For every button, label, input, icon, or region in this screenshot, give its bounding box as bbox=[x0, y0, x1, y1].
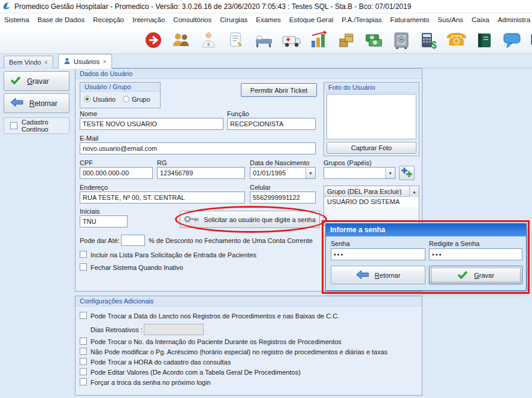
bed-icon[interactable] bbox=[253, 29, 274, 51]
config-chk3-checkbox[interactable] bbox=[80, 348, 87, 355]
back-arrow-icon bbox=[356, 270, 369, 281]
grupo-grid-row[interactable]: USUÁRIO DO SISTEMA bbox=[324, 197, 419, 207]
phone-icon[interactable]: ☎ bbox=[446, 29, 467, 51]
senha-input[interactable] bbox=[331, 248, 425, 260]
nascimento-value: 01/01/1995 bbox=[250, 169, 306, 177]
grid-up-icon[interactable]: ▲ bbox=[409, 186, 419, 197]
config-chk5-label: Pode Editar Valores (De Acordo com a Tab… bbox=[90, 369, 301, 376]
celular-label: Celular bbox=[250, 184, 271, 192]
endereco-input[interactable] bbox=[80, 192, 245, 203]
config-chk4-label: Pode Trocar a HORA do cadastro das consu… bbox=[90, 358, 231, 366]
config-chk4-checkbox[interactable] bbox=[80, 358, 87, 365]
nome-input[interactable] bbox=[80, 118, 223, 130]
config-adicionais-header: Configurações Adicionais bbox=[75, 296, 422, 306]
check-icon bbox=[10, 76, 21, 86]
safe-icon[interactable] bbox=[391, 29, 412, 51]
chat-icon[interactable] bbox=[501, 29, 522, 51]
billing-icon[interactable] bbox=[363, 29, 385, 51]
menu-estoque-geral[interactable]: Estoque Geral bbox=[285, 13, 338, 26]
menu-base-de-dados[interactable]: Base de Dados bbox=[34, 13, 89, 26]
celular-input[interactable] bbox=[250, 192, 316, 203]
radio-grupo-label: Grupo bbox=[132, 96, 150, 104]
desconto-suffix-label: % de Desconto no Fechamento de Uma Conta… bbox=[149, 237, 313, 245]
stock-icon[interactable] bbox=[335, 29, 357, 51]
redigite-senha-input[interactable] bbox=[429, 248, 522, 260]
monitor-icon[interactable] bbox=[528, 29, 532, 51]
dialog-retornar-button[interactable]: Retornar bbox=[331, 266, 425, 284]
capturar-foto-label: Capturar Foto bbox=[351, 144, 392, 151]
chart-icon[interactable] bbox=[308, 29, 330, 51]
add-grupo-button[interactable] bbox=[399, 166, 415, 180]
menu-caixa[interactable]: Caixa bbox=[467, 13, 493, 26]
reception-icon[interactable] bbox=[170, 29, 192, 51]
funcao-input[interactable] bbox=[227, 118, 316, 130]
desconto-label: Pode dar Até: bbox=[80, 237, 120, 245]
book-icon[interactable] bbox=[473, 29, 495, 51]
menu-recepcao[interactable]: Recepção bbox=[89, 13, 128, 26]
menu-exames[interactable]: Exames bbox=[252, 13, 285, 26]
menu-bar: Sistema Base de Dados Recepção Internaçã… bbox=[0, 13, 532, 26]
title-bar: Promedico Gestão Hospitalar - Promedico … bbox=[0, 0, 532, 13]
cash-icon[interactable]: $ bbox=[418, 29, 440, 51]
dias-retroativos-input bbox=[144, 324, 204, 335]
email-input[interactable] bbox=[80, 142, 316, 154]
config-chk1-checkbox[interactable] bbox=[80, 312, 87, 319]
usuario-grupo-header: Usuário / Grupo bbox=[80, 83, 160, 92]
tab-usuarios[interactable]: Usuários × bbox=[58, 54, 112, 69]
user-tab-icon bbox=[64, 57, 71, 66]
iniciais-input[interactable] bbox=[80, 215, 128, 227]
radio-usuario-label: Usuário bbox=[93, 96, 116, 104]
menu-pa-terapias[interactable]: P.A./Terapias bbox=[337, 13, 386, 26]
cpf-input[interactable] bbox=[80, 167, 153, 179]
tab-bem-vindo-label: Bem Vindo bbox=[9, 59, 41, 66]
nascimento-combo[interactable]: 01/01/1995 ▼ bbox=[250, 167, 316, 179]
incluir-lista-label: Incluir na Lista Para Solicitação de Ent… bbox=[90, 251, 256, 259]
menu-consultorios[interactable]: Consultórios bbox=[169, 13, 216, 26]
fechar-sistema-label: Fechar Sistema Quando Inativo bbox=[90, 264, 183, 272]
dias-retroativos-label: Dias Retroativos : bbox=[90, 326, 143, 334]
dialog-gravar-button[interactable]: Gravar bbox=[429, 266, 522, 284]
permitir-ticket-label: Permitir Abrir Ticket bbox=[250, 87, 307, 94]
dados-usuario-header: Dados do Usuário bbox=[75, 69, 422, 79]
menu-sistema[interactable]: Sistema bbox=[0, 13, 34, 26]
menu-cirurgias[interactable]: Cirurgias bbox=[216, 13, 252, 26]
foto-header: Foto do Usuário bbox=[324, 83, 419, 93]
config-chk5-checkbox[interactable] bbox=[80, 368, 87, 375]
tab-bem-vindo-close-icon[interactable]: × bbox=[44, 59, 48, 66]
tab-usuarios-close-icon[interactable]: × bbox=[102, 59, 106, 65]
menu-administracao[interactable]: Administra bbox=[494, 13, 532, 26]
grupos-label: Grupos (Papéis) bbox=[324, 159, 371, 167]
radio-usuario[interactable] bbox=[84, 96, 90, 102]
grupos-combo[interactable]: ▼ bbox=[324, 167, 395, 179]
redigite-senha-label: Redigite a Senha bbox=[429, 240, 479, 248]
svg-text:$: $ bbox=[431, 40, 437, 50]
dialog-gravar-label: Gravar bbox=[474, 272, 494, 279]
desconto-input[interactable] bbox=[121, 235, 145, 246]
nascimento-dropdown-icon[interactable]: ▼ bbox=[306, 168, 315, 178]
tab-usuarios-label: Usuários bbox=[74, 58, 99, 65]
funcao-label: Função bbox=[227, 110, 249, 118]
notes-icon[interactable] bbox=[225, 29, 247, 51]
logoff-icon[interactable] bbox=[143, 29, 164, 51]
radio-grupo[interactable] bbox=[123, 96, 129, 102]
config-chk6-checkbox[interactable] bbox=[80, 378, 87, 385]
foto-preview bbox=[327, 94, 416, 139]
capturar-foto-button[interactable]: Capturar Foto bbox=[327, 142, 416, 154]
grupos-dropdown-icon[interactable]: ▼ bbox=[385, 168, 395, 178]
menu-faturamento[interactable]: Faturamento bbox=[386, 13, 433, 26]
solicitar-senha-button[interactable]: Solicitar ao usuário que digite a senha bbox=[180, 211, 320, 228]
rg-input[interactable] bbox=[157, 167, 245, 179]
config-chk2-checkbox[interactable] bbox=[80, 338, 87, 345]
fechar-sistema-checkbox[interactable] bbox=[80, 263, 87, 271]
tab-bem-vindo[interactable]: Bem Vindo × bbox=[4, 56, 53, 68]
incluir-lista-checkbox[interactable] bbox=[80, 251, 87, 258]
cadastro-continuo-checkbox[interactable] bbox=[10, 122, 17, 129]
cadastro-continuo-toggle[interactable]: Cadastro Contínuo bbox=[4, 117, 69, 134]
permitir-ticket-button[interactable]: Permitir Abrir Ticket bbox=[241, 83, 317, 97]
ambulance-icon[interactable] bbox=[280, 29, 302, 51]
retornar-button[interactable]: Retornar bbox=[4, 93, 69, 113]
doctor-icon[interactable] bbox=[198, 29, 219, 51]
menu-sus-ans[interactable]: Sus/Ans bbox=[433, 13, 467, 26]
gravar-button[interactable]: Gravar bbox=[4, 71, 69, 91]
menu-internacao[interactable]: Internação bbox=[128, 13, 169, 26]
